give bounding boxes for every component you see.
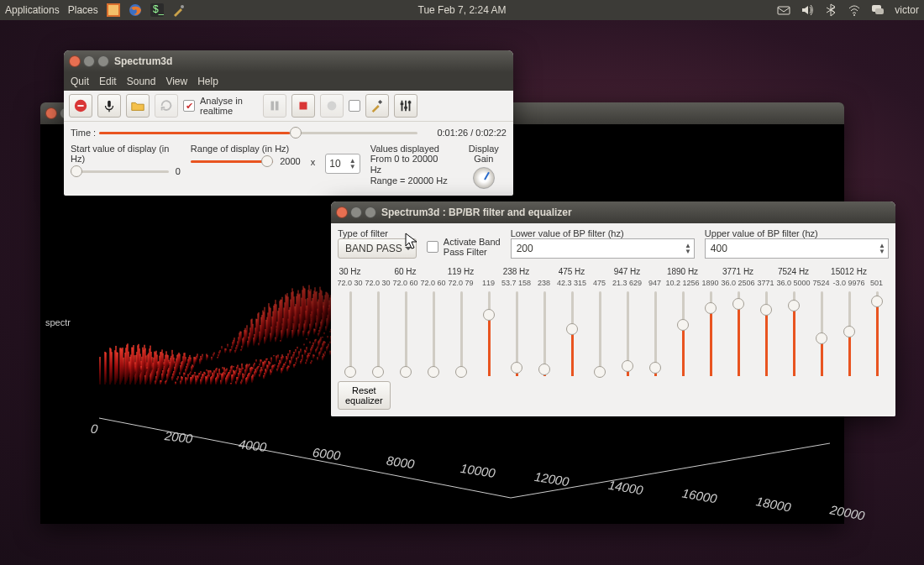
band-slider[interactable] [455, 291, 467, 376]
svg-rect-353 [289, 350, 291, 355]
band-slider[interactable] [622, 291, 633, 376]
svg-rect-24 [175, 382, 176, 385]
band-slider[interactable] [871, 291, 883, 376]
maximize-button[interactable] [97, 55, 109, 67]
svg-rect-345 [298, 351, 300, 357]
multiplier-x-label: x [311, 157, 316, 167]
band-slider[interactable] [344, 291, 356, 376]
band-hz-label: 119 Hz [448, 267, 475, 279]
open-file-button[interactable] [126, 94, 150, 118]
band-slider[interactable] [760, 291, 772, 376]
svg-rect-403 [328, 344, 329, 348]
band-slider[interactable] [732, 291, 744, 376]
mic-button[interactable] [97, 94, 121, 118]
menu-quit[interactable]: Quit [71, 76, 89, 87]
range-slider[interactable] [191, 154, 273, 169]
svg-rect-343 [273, 355, 275, 357]
activate-bandpass-checkbox[interactable] [427, 241, 438, 253]
record-button[interactable] [320, 94, 344, 118]
reset-equalizer-button[interactable]: Reset equalizer [338, 381, 391, 410]
band-slider[interactable] [538, 291, 550, 376]
pause-button[interactable] [263, 94, 286, 118]
band-slider[interactable] [843, 291, 855, 376]
menu-edit[interactable]: Edit [99, 76, 117, 87]
launcher-icon-tool[interactable] [172, 3, 186, 17]
band-slider[interactable] [566, 291, 578, 376]
minimize-button[interactable] [350, 207, 362, 218]
analyse-realtime-checkbox[interactable] [183, 100, 195, 112]
volume-icon[interactable] [801, 3, 814, 17]
svg-rect-893 [378, 100, 382, 104]
upper-bp-input[interactable]: 400▲▼ [705, 238, 889, 259]
band-slider[interactable] [594, 291, 606, 376]
close-button[interactable] [45, 107, 57, 119]
svg-rect-122 [123, 358, 124, 377]
mail-icon[interactable] [777, 3, 790, 17]
user-menu[interactable]: victor [895, 4, 919, 16]
band-hz-label: 475 Hz [559, 267, 585, 279]
svg-rect-219 [241, 364, 243, 372]
close-button[interactable] [336, 207, 348, 218]
band-slider[interactable] [511, 291, 522, 376]
eq-band-5: 119 [476, 267, 501, 376]
svg-rect-177 [134, 362, 136, 373]
record-stop-button[interactable] [291, 94, 315, 118]
start-value-slider[interactable] [71, 164, 169, 179]
band-slider[interactable] [649, 291, 661, 376]
launcher-icon-1[interactable] [107, 3, 120, 17]
bluetooth-icon[interactable] [824, 3, 837, 17]
toolbar-checkbox[interactable] [349, 100, 360, 112]
reload-button[interactable] [155, 94, 178, 118]
eq-band-7: 238 [532, 267, 556, 376]
eq-band-8: 475 Hz 42.3 315 [559, 267, 584, 376]
band-slider[interactable] [816, 291, 827, 376]
menu-help[interactable]: Help [197, 76, 218, 87]
svg-rect-415 [303, 344, 305, 346]
menu-applications[interactable]: Applications [5, 4, 60, 16]
menu-sound[interactable]: Sound [127, 76, 156, 87]
band-values-label: 53.7 158 [501, 279, 531, 289]
svg-rect-321 [211, 357, 213, 360]
menu-view[interactable]: View [165, 76, 187, 87]
maximize-button[interactable] [365, 207, 376, 218]
svg-rect-306 [255, 359, 257, 362]
band-slider[interactable] [483, 291, 495, 376]
network-icon[interactable] [848, 3, 861, 17]
band-slider[interactable] [677, 291, 689, 376]
color-picker-button[interactable] [365, 94, 389, 118]
svg-rect-39 [105, 353, 107, 383]
svg-rect-166 [219, 374, 221, 375]
stop-button[interactable] [69, 94, 92, 118]
band-slider[interactable] [705, 291, 717, 376]
equalizer-button[interactable] [394, 94, 417, 118]
y-axis-label: spectr [45, 317, 71, 327]
eq-band-19: 501 [864, 267, 889, 376]
svg-rect-277 [254, 363, 255, 366]
band-slider[interactable] [428, 291, 439, 376]
svg-rect-139 [218, 369, 220, 377]
band-slider[interactable] [372, 291, 384, 376]
band-hz-label: 1890 Hz [667, 267, 698, 279]
multiplier-spinbox[interactable]: 10▲▼ [325, 154, 360, 174]
launcher-icon-terminal[interactable]: $_ [150, 3, 164, 17]
band-slider[interactable] [788, 291, 800, 376]
display-gain-knob[interactable] [473, 167, 495, 189]
lower-bp-input[interactable]: 200▲▼ [511, 238, 695, 259]
close-button[interactable] [69, 55, 81, 67]
svg-rect-241 [242, 368, 244, 370]
chat-icon[interactable] [871, 3, 885, 17]
band-values-label: 475 [593, 279, 606, 289]
svg-rect-298 [295, 363, 297, 364]
clock[interactable]: Tue Feb 7, 2:24 AM [418, 4, 507, 16]
svg-rect-310 [276, 356, 277, 363]
svg-rect-35 [230, 383, 232, 385]
menu-places[interactable]: Places [68, 4, 98, 16]
launcher-icon-firefox[interactable] [129, 3, 142, 17]
time-slider[interactable] [99, 125, 417, 140]
eq-band-15: 3771 [753, 267, 778, 376]
time-label: Time : [71, 128, 96, 138]
minimize-button[interactable] [83, 55, 95, 67]
band-slider[interactable] [400, 291, 412, 376]
eq-band-4: 119 Hz 72.0 79 [449, 267, 473, 376]
svg-rect-242 [252, 368, 254, 369]
